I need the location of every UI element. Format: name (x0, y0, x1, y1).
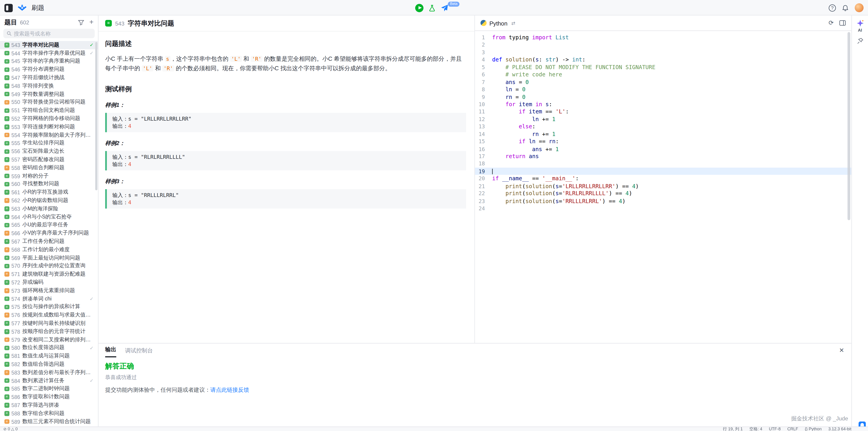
list-item-574[interactable]: ≡574拼凑单词 chi✓ (0, 295, 98, 303)
list-item-561[interactable]: ≡561小R的字符互换游戏 (0, 188, 98, 196)
sidebar-toggle-icon[interactable] (4, 4, 13, 12)
list-item-578[interactable]: ≡578按顺序组合的元音字符统计 (0, 328, 98, 336)
cursor-position[interactable]: 行 19, 列 1 (723, 427, 743, 431)
list-item-577[interactable]: ≡577按键时间与最长持续键识别 (0, 319, 98, 327)
code-line-4[interactable]: 4def solution(s: str) -> int: (475, 56, 851, 64)
list-item-579[interactable]: ≡579改变相同二叉搜索树的排列方案数 (0, 336, 98, 344)
code-line-5[interactable]: 5 # PLEASE DO NOT MODIFY THE FUNCTION SI… (475, 64, 851, 71)
code-line-6[interactable]: 6 # write code here (475, 71, 851, 78)
code-line-12[interactable]: 12 ln += 1 (475, 115, 851, 123)
code-line-1[interactable]: 1from typing import List (475, 34, 851, 41)
code-line-19[interactable]: 19 (475, 168, 851, 175)
list-item-554[interactable]: ≡554字符频率限制的最大子序列问题 (0, 131, 98, 139)
list-item-569[interactable]: ≡569平面上最短访问时间问题 (0, 254, 98, 262)
avatar[interactable] (855, 3, 864, 12)
list-item-555[interactable]: ≡555学生站位排序问题 (0, 139, 98, 147)
list-item-575[interactable]: ≡575按位与操作的异或和计算 (0, 303, 98, 311)
sidebar-scrollbar[interactable] (95, 42, 97, 190)
editor-scrollbar[interactable] (847, 32, 850, 220)
list-item-582[interactable]: ≡582数值组合筛选问题 (0, 360, 98, 368)
tab-output[interactable]: 输出 (105, 343, 116, 357)
language-tab[interactable]: Python (489, 20, 507, 26)
code-line-7[interactable]: 7 ans = 0 (475, 78, 851, 86)
list-item-553[interactable]: ≡553字符连接判断对称问题 (0, 123, 98, 131)
list-item-589[interactable]: ≡589数组三元素不同组合统计问题 (0, 418, 98, 426)
feedback-link[interactable]: 请点此链接反馈 (211, 387, 249, 393)
list-item-548[interactable]: ≡548字符排列变换 (0, 82, 98, 90)
problems-indicator[interactable]: ⊘ 0 △ 0 (3, 427, 18, 431)
list-item-566[interactable]: ≡566小V的字典序最大子序列问题 (0, 229, 98, 237)
run-button[interactable] (415, 4, 424, 12)
add-icon[interactable]: + (89, 20, 94, 25)
code-line-11[interactable]: 11 if item == 'L': (475, 108, 851, 115)
code-line-8[interactable]: 8 ln = 0 (475, 86, 851, 93)
eol-setting[interactable]: CRLF (787, 427, 798, 431)
runtime-version[interactable]: 3.12.3 64-bit (828, 427, 851, 431)
list-item-581[interactable]: ≡581数值生成与运算问题 (0, 352, 98, 360)
search-input[interactable] (14, 31, 91, 37)
list-item-556[interactable]: ≡556宝石矩阵最大边长 (0, 147, 98, 156)
code-line-13[interactable]: 13 else: (475, 123, 851, 130)
code-line-3[interactable]: 3 (475, 48, 851, 56)
flask-icon[interactable] (429, 4, 436, 11)
list-item-583[interactable]: ≡583数列差值分析与最长子序列问题 (0, 368, 98, 376)
code-line-14[interactable]: 14 rn += 1 (475, 130, 851, 138)
list-item-570[interactable]: ≡570序列生成中的特定位置查询 (0, 262, 98, 270)
code-line-17[interactable]: 17 return ans (475, 153, 851, 160)
list-item-567[interactable]: ≡567工作任务分配问题 (0, 237, 98, 245)
pin-icon[interactable] (857, 38, 863, 44)
list-item-547[interactable]: ≡547字符后缀统计挑战 (0, 74, 98, 82)
code-line-2[interactable]: 2 (475, 41, 851, 48)
list-item-545[interactable]: ≡545字符串的字典序重构问题 (0, 57, 98, 66)
juejin-logo-icon[interactable] (18, 4, 26, 11)
list-item-562[interactable]: ≡562小R的锯齿数组问题 (0, 197, 98, 205)
list-item-546[interactable]: ≡546字符分布调整问题 (0, 66, 98, 74)
code-line-10[interactable]: 10 for item in s: (475, 101, 851, 108)
bell-icon[interactable] (842, 4, 848, 11)
list-item-568[interactable]: ≡568工作计划的最小难度 (0, 245, 98, 254)
search-box[interactable] (3, 29, 95, 38)
reset-code-icon[interactable]: ⟳ (829, 20, 834, 27)
list-item-580[interactable]: ≡580数位长度筛选问题✓ (0, 344, 98, 352)
indent-setting[interactable]: 空格: 4 (749, 427, 762, 431)
list-item-572[interactable]: ≡572异或编码 (0, 278, 98, 287)
list-item-543[interactable]: ≡543字符串对比问题✓ (0, 41, 98, 49)
list-item-587[interactable]: ≡587数字筛选与拼凑 (0, 401, 98, 409)
list-item-573[interactable]: ≡573循环网格元素重排问题 (0, 287, 98, 295)
code-line-15[interactable]: 15 if ln == rn: (475, 138, 851, 145)
list-item-552[interactable]: ≡552字符网格的指令移动问题 (0, 114, 98, 123)
list-item-563[interactable]: ≡563小M的海洋探险 (0, 205, 98, 213)
list-item-588[interactable]: ≡588数字组合求和问题 (0, 409, 98, 418)
list-item-565[interactable]: ≡565小U的最后字串任务 (0, 221, 98, 229)
tab-debug-console[interactable]: 调试控制台 (125, 345, 153, 357)
encoding[interactable]: UTF-8 (769, 427, 781, 431)
list-item-550[interactable]: ≡550字符替换使异位词相等问题 (0, 98, 98, 106)
list-item-586[interactable]: ≡586数字提取和计数问题 (0, 393, 98, 401)
list-item-584[interactable]: ≡584数列累进计算任务✓ (0, 376, 98, 385)
code-line-21[interactable]: 21 print(solution(s='LRLLRRLLRRLLRR') ==… (475, 183, 851, 190)
submit-plane-icon[interactable] (440, 4, 448, 11)
code-line-18[interactable]: 18 (475, 160, 851, 168)
list-item-571[interactable]: ≡571建筑物联建与资源分配难题 (0, 270, 98, 278)
layout-icon[interactable] (839, 20, 846, 26)
list-item-557[interactable]: ≡557密码匹配修改问题 (0, 156, 98, 164)
list-item-544[interactable]: ≡544字符串操作字典序最优问题✓ (0, 49, 98, 57)
code-line-22[interactable]: 22 print(solution(s='RLRLRLRRLLLL') == 4… (475, 190, 851, 197)
list-item-558[interactable]: ≡558密码组合判断问题 (0, 164, 98, 172)
help-icon[interactable]: ? (829, 4, 836, 11)
list-item-549[interactable]: ≡549字符数量调整问题 (0, 90, 98, 98)
language-switch-icon[interactable]: ⇄ (511, 20, 515, 26)
code-line-16[interactable]: 16 ans += 1 (475, 145, 851, 153)
list-item-559[interactable]: ≡559对称的分子 (0, 172, 98, 180)
code-line-20[interactable]: 20if __name__ == '__main__': (475, 175, 851, 183)
list-item-585[interactable]: ≡585数字二进制时钟问题 (0, 385, 98, 393)
language-mode[interactable]: {} Python (805, 427, 822, 431)
list-item-551[interactable]: ≡551字符组合回文构造问题 (0, 106, 98, 114)
close-icon[interactable]: ✕ (839, 347, 844, 354)
code-line-23[interactable]: 23 print(solution(s='RRLLLRLRRL') == 4) (475, 197, 851, 205)
list-item-564[interactable]: ≡564小R与小S的宝石抢夺 (0, 213, 98, 221)
list-item-560[interactable]: ≡560寻找整数对问题 (0, 180, 98, 188)
list-item-576[interactable]: ≡576按规则生成数组与求最大值问题 (0, 311, 98, 319)
code-line-24[interactable]: 24 (475, 205, 851, 212)
code-line-9[interactable]: 9 rn = 0 (475, 93, 851, 101)
